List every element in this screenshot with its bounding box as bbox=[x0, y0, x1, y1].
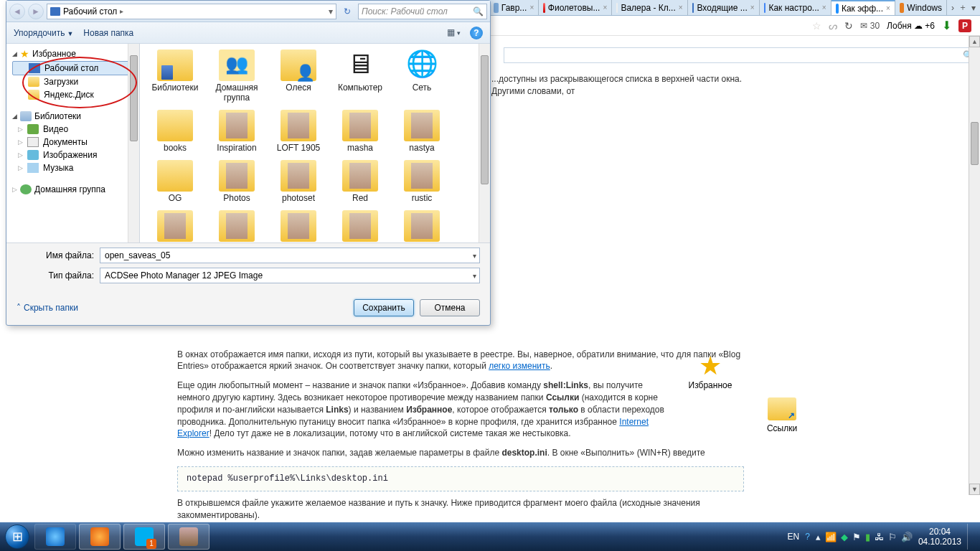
tab-menu-icon[interactable]: ▾ bbox=[971, 3, 976, 13]
file-item[interactable]: Олеся bbox=[268, 48, 329, 104]
file-item[interactable]: Photos bbox=[206, 159, 268, 204]
chevron-right-icon[interactable]: ▸ bbox=[120, 7, 123, 15]
tab-scroll-right-icon[interactable]: › bbox=[951, 3, 954, 13]
taskbar-skype[interactable] bbox=[123, 524, 165, 550]
show-desktop-button[interactable] bbox=[967, 524, 973, 550]
browser-tab[interactable]: Windows bbox=[895, 0, 947, 15]
file-item[interactable]: rustic bbox=[391, 159, 453, 204]
page-vertical-scrollbar[interactable]: ▲ ▼ bbox=[969, 36, 980, 495]
nav-group-favorites[interactable]: ◢★Избранное bbox=[12, 47, 139, 61]
tray-volume-icon[interactable]: 🔊 bbox=[901, 532, 913, 542]
close-tab-icon[interactable]: × bbox=[529, 4, 534, 11]
language-indicator[interactable]: EN bbox=[788, 532, 800, 542]
file-item[interactable]: LOFT 1905 bbox=[268, 108, 329, 154]
nav-item-documents[interactable]: ▷Документы bbox=[12, 136, 139, 149]
tray-shield-icon[interactable]: ◆ bbox=[841, 532, 848, 542]
tray-network-icon[interactable]: 🖧 bbox=[875, 532, 884, 542]
file-item[interactable]: Inspiration bbox=[206, 108, 268, 154]
download-icon[interactable]: ⬇ bbox=[942, 19, 951, 32]
filegrid-scrollbar[interactable] bbox=[479, 44, 490, 242]
file-item[interactable]: Компьютер bbox=[329, 48, 391, 104]
pinterest-icon[interactable]: P bbox=[958, 19, 971, 32]
expand-icon[interactable]: ▷ bbox=[12, 186, 17, 193]
nav-item-desktop[interactable]: Рабочий стол bbox=[12, 61, 136, 75]
browser-tab[interactable]: Входящие ...× bbox=[688, 0, 760, 15]
expand-icon[interactable]: ▷ bbox=[18, 164, 23, 171]
help-tray-icon[interactable]: ? bbox=[805, 532, 810, 542]
file-item[interactable] bbox=[268, 209, 329, 242]
taskbar-firefox[interactable] bbox=[79, 524, 121, 550]
collapse-icon[interactable]: ◢ bbox=[12, 50, 17, 57]
new-folder-button[interactable]: Новая папка bbox=[83, 28, 133, 38]
close-tab-icon[interactable]: × bbox=[822, 4, 826, 11]
collapse-icon[interactable]: ◢ bbox=[12, 113, 17, 120]
expand-icon[interactable]: ▷ bbox=[18, 138, 23, 146]
file-item[interactable]: Домашняя группа bbox=[206, 48, 268, 104]
nav-item-yandex-disk[interactable]: Яндекс.Диск bbox=[12, 88, 139, 101]
organize-button[interactable]: Упорядочить▼ bbox=[14, 28, 73, 38]
chevron-down-icon[interactable]: ▾ bbox=[473, 272, 476, 280]
view-mode-button[interactable]: ▦▾ bbox=[447, 27, 461, 39]
expand-icon[interactable]: ▷ bbox=[18, 126, 23, 133]
mail-icon[interactable]: ✉ 30 bbox=[860, 21, 880, 31]
hide-folders-link[interactable]: ˄Скрыть папки bbox=[17, 303, 78, 313]
browser-tab[interactable]: Гавр...× bbox=[489, 0, 539, 15]
taskbar-clock[interactable]: 20:04 04.10.2013 bbox=[918, 527, 961, 547]
expand-icon[interactable]: ▷ bbox=[18, 151, 23, 159]
chevron-down-icon[interactable]: ▾ bbox=[473, 252, 476, 260]
page-search-bar[interactable]: 🔍 bbox=[504, 47, 977, 63]
cancel-button[interactable]: Отмена bbox=[420, 299, 480, 316]
tray-wifi-icon[interactable]: 📶 bbox=[825, 532, 837, 542]
nav-item-images[interactable]: ▷Изображения bbox=[12, 149, 139, 161]
browser-tab-active[interactable]: Как эфф...× bbox=[831, 0, 895, 15]
file-item[interactable]: photoset bbox=[268, 159, 329, 204]
tray-action-center-icon[interactable]: ⚑ bbox=[852, 532, 861, 542]
weather-widget[interactable]: Лобня ☁ +6 bbox=[887, 21, 935, 31]
refresh-address-icon[interactable]: ↻ bbox=[339, 6, 355, 17]
file-item[interactable]: nastya bbox=[391, 108, 453, 154]
file-item[interactable] bbox=[144, 209, 206, 242]
scroll-down-icon[interactable]: ▼ bbox=[969, 484, 980, 495]
tray-chevron-up-icon[interactable]: ▴ bbox=[816, 532, 821, 542]
start-button[interactable] bbox=[3, 522, 32, 551]
file-item[interactable]: OG bbox=[144, 159, 206, 204]
file-item[interactable] bbox=[206, 209, 268, 242]
save-button[interactable]: Сохранить bbox=[354, 299, 414, 316]
readability-icon[interactable]: ᔕ bbox=[829, 20, 837, 32]
nav-item-video[interactable]: ▷Видео bbox=[12, 123, 139, 136]
nav-item-downloads[interactable]: Загрузки bbox=[12, 75, 139, 88]
tray-flag-icon[interactable]: ⚐ bbox=[888, 532, 897, 542]
tray-battery-icon[interactable]: ▮ bbox=[865, 532, 870, 542]
nav-item-music[interactable]: ▷Музыка bbox=[12, 161, 139, 174]
dialog-search-input[interactable]: Поиск: Рабочий стол 🔍 bbox=[358, 4, 487, 19]
help-button[interactable]: ? bbox=[470, 27, 483, 39]
file-item[interactable]: Сеть bbox=[391, 48, 453, 104]
breadcrumb-bar[interactable]: Рабочий стол ▸ ▾ bbox=[47, 4, 336, 19]
new-tab-icon[interactable]: ＋ bbox=[958, 1, 967, 14]
nav-group-homegroup[interactable]: ▷Домашняя группа bbox=[12, 183, 139, 196]
file-item[interactable] bbox=[329, 209, 391, 242]
browser-tab[interactable]: Фиолетовы...× bbox=[539, 0, 612, 15]
scrollbar-thumb[interactable] bbox=[130, 55, 138, 141]
bookmark-star-icon[interactable]: ☆ bbox=[812, 20, 821, 32]
refresh-icon[interactable]: ↻ bbox=[844, 20, 853, 32]
filetype-select[interactable]: ACDSee Photo Manager 12 JPEG Image▾ bbox=[100, 268, 480, 283]
file-item[interactable]: masha bbox=[329, 108, 391, 154]
link-easy-change[interactable]: легко изменить bbox=[489, 361, 550, 371]
navtree-scrollbar[interactable] bbox=[128, 44, 139, 242]
scroll-up-icon[interactable]: ▲ bbox=[969, 36, 980, 47]
file-item[interactable]: Библиотеки bbox=[144, 48, 206, 104]
taskbar-app[interactable] bbox=[168, 524, 209, 550]
taskbar-ie[interactable] bbox=[34, 524, 76, 550]
file-item[interactable]: books bbox=[144, 108, 206, 154]
close-tab-icon[interactable]: × bbox=[886, 4, 890, 12]
filename-input[interactable]: open_saveas_05▾ bbox=[100, 248, 480, 263]
nav-back-button[interactable]: ◄ bbox=[9, 4, 25, 19]
scrollbar-thumb[interactable] bbox=[481, 55, 489, 184]
close-tab-icon[interactable]: × bbox=[679, 4, 683, 11]
chevron-down-icon[interactable]: ▾ bbox=[329, 6, 333, 17]
close-tab-icon[interactable]: × bbox=[603, 4, 607, 11]
file-item[interactable] bbox=[391, 209, 453, 242]
file-item[interactable]: Red bbox=[329, 159, 391, 204]
browser-tab[interactable]: Как настро...× bbox=[760, 0, 831, 15]
